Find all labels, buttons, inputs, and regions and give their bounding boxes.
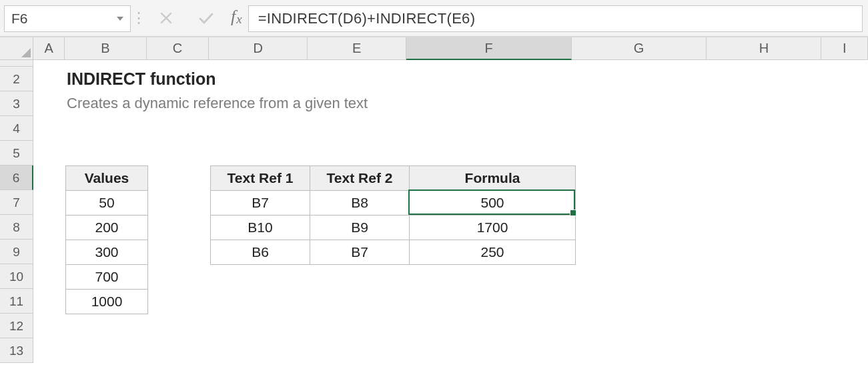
main-cell[interactable]: B9 xyxy=(310,216,410,240)
main-header: Formula xyxy=(410,166,576,191)
main-cell[interactable]: B7 xyxy=(211,191,310,216)
column-header-h[interactable]: H xyxy=(707,37,821,60)
enter-button[interactable] xyxy=(196,8,216,28)
main-cell[interactable]: B10 xyxy=(211,216,310,240)
name-box-dropdown-icon[interactable] xyxy=(114,13,126,25)
column-header-b[interactable]: B xyxy=(65,37,146,60)
formula-input[interactable]: =INDIRECT(D6)+INDIRECT(E6) xyxy=(248,5,863,32)
values-header: Values xyxy=(66,166,148,191)
values-cell[interactable]: 1000 xyxy=(66,290,148,314)
row-header-3[interactable]: 3 xyxy=(0,91,33,116)
column-header-f[interactable]: F xyxy=(406,37,571,60)
main-cell[interactable]: B7 xyxy=(310,240,410,265)
column-header-e[interactable]: E xyxy=(308,37,406,60)
row-header-5[interactable]: 5 xyxy=(0,141,33,165)
name-box[interactable]: F6 xyxy=(4,5,131,32)
row-header-7[interactable]: 7 xyxy=(0,190,33,215)
row-header-10[interactable]: 10 xyxy=(0,264,33,289)
column-header-g[interactable]: G xyxy=(572,37,707,60)
row-header-1[interactable] xyxy=(0,60,33,67)
values-cell[interactable]: 300 xyxy=(66,240,148,265)
values-cell[interactable]: 50 xyxy=(66,191,148,216)
fx-icon[interactable]: fx xyxy=(227,5,248,31)
main-header: Text Ref 2 xyxy=(310,166,410,191)
main-cell[interactable]: 250 xyxy=(410,240,576,265)
values-table: Values 502003007001000 xyxy=(65,165,148,314)
row-header-11[interactable]: 11 xyxy=(0,289,33,314)
row-header-4[interactable]: 4 xyxy=(0,116,33,141)
values-cell[interactable]: 700 xyxy=(66,265,148,290)
row-header-9[interactable]: 9 xyxy=(0,240,33,264)
column-header-a[interactable]: A xyxy=(33,37,65,60)
row-header-6[interactable]: 6 xyxy=(0,165,33,190)
values-cell[interactable]: 200 xyxy=(66,216,148,240)
main-table: Text Ref 1Text Ref 2Formula B7B8500B10B9… xyxy=(210,165,576,265)
name-box-value: F6 xyxy=(11,11,114,27)
main-header: Text Ref 1 xyxy=(211,166,310,191)
select-all-corner[interactable] xyxy=(0,37,33,60)
column-headers: ABCDEFGHI xyxy=(0,37,868,60)
row-header-13[interactable]: 13 xyxy=(0,338,33,363)
column-header-i[interactable]: I xyxy=(821,37,868,60)
column-header-c[interactable]: C xyxy=(147,37,209,60)
main-cell[interactable]: 1700 xyxy=(410,216,576,240)
formula-bar: F6 ⋮ fx =INDIRECT(D6)+INDIRECT(E6) xyxy=(0,0,868,37)
cancel-button[interactable] xyxy=(156,8,176,28)
main-cell[interactable]: 500 xyxy=(410,191,576,216)
main-cell[interactable]: B6 xyxy=(211,240,310,265)
row-header-12[interactable]: 12 xyxy=(0,314,33,338)
separator-dots-icon: ⋮ xyxy=(131,9,145,27)
formula-text: =INDIRECT(D6)+INDIRECT(E6) xyxy=(258,10,476,27)
formula-bar-separator: ⋮ xyxy=(131,5,145,31)
page-title: INDIRECT function xyxy=(67,69,216,89)
page-subtitle: Creates a dynamic reference from a given… xyxy=(67,95,368,112)
column-header-d[interactable]: D xyxy=(209,37,308,60)
row-header-2[interactable]: 2 xyxy=(0,67,33,91)
row-header-8[interactable]: 8 xyxy=(0,215,33,240)
main-cell[interactable]: B8 xyxy=(310,191,410,216)
formula-bar-buttons xyxy=(145,5,227,31)
